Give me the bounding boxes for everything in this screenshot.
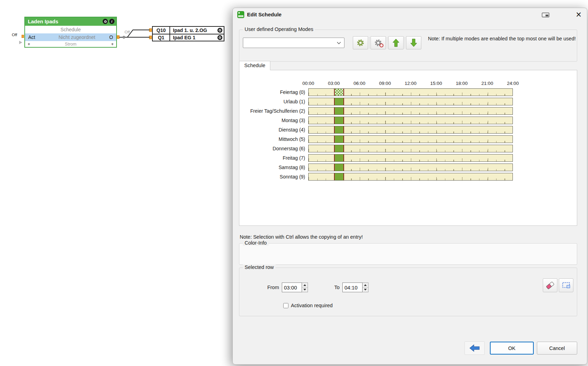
dialog-title: Edit Schedule bbox=[247, 11, 281, 17]
block-row-schedule-label: Schedule bbox=[61, 27, 81, 32]
schedule-entry[interactable] bbox=[334, 154, 344, 161]
output-label: Ipad 1. u. 2.OG bbox=[170, 27, 224, 34]
tab-schedule-label: Schedule bbox=[244, 63, 265, 68]
function-block-laden-ipads[interactable]: Laden Ipads i Schedule Act Nicht zugeord… bbox=[24, 17, 117, 48]
select-range-button[interactable] bbox=[559, 278, 573, 292]
operating-mode-dropdown[interactable] bbox=[243, 38, 344, 48]
block-row-strom[interactable]: + Strom + bbox=[25, 41, 116, 47]
output-port: Q10 bbox=[153, 27, 170, 34]
schedule-entry[interactable] bbox=[334, 136, 344, 143]
time-label: 06:00 bbox=[353, 81, 365, 86]
output-gear-icon[interactable] bbox=[217, 28, 222, 33]
output-gear-icon[interactable] bbox=[217, 35, 222, 40]
clock-badge-icon bbox=[380, 43, 383, 47]
back-button[interactable] bbox=[464, 341, 485, 355]
schedule-row-label: Freier Tag/Schulferien (2) bbox=[239, 107, 308, 115]
schedule-row-bar[interactable] bbox=[308, 126, 513, 134]
close-icon[interactable]: × bbox=[576, 9, 581, 20]
ok-button[interactable]: OK bbox=[490, 342, 534, 355]
cancel-button[interactable]: Cancel bbox=[537, 342, 577, 355]
spinner-down-icon[interactable] bbox=[302, 288, 308, 292]
off-input-label: Off bbox=[12, 33, 17, 37]
schedule-row-label: Mittwoch (5) bbox=[239, 135, 308, 143]
output-row-q1[interactable]: Q1 Ipad EG 1 bbox=[153, 34, 224, 41]
time-label: 12:00 bbox=[405, 81, 416, 86]
schedule-row: Sonntag (9) bbox=[239, 173, 577, 181]
schedule-row: Dienstag (4) bbox=[239, 126, 577, 134]
time-label: 00:00 bbox=[302, 81, 314, 86]
dialog-titlebar[interactable]: CONFIG Edit Schedule × bbox=[233, 8, 587, 21]
input-connector-nub[interactable] bbox=[22, 35, 24, 38]
unassigned-label: Nicht zugeordnet bbox=[45, 34, 109, 40]
block-row-schedule[interactable]: Schedule bbox=[25, 26, 116, 33]
operating-modes-group: User defined Operating Modes bbox=[239, 30, 577, 62]
schedule-entry[interactable] bbox=[334, 173, 344, 180]
activation-checkbox[interactable] bbox=[283, 303, 288, 308]
schedule-row-bar[interactable] bbox=[308, 107, 513, 115]
schedule-row-bar[interactable] bbox=[308, 164, 513, 171]
edit-mode-times-button[interactable] bbox=[371, 36, 386, 49]
schedule-row-bar[interactable] bbox=[308, 98, 513, 105]
new-mode-button[interactable] bbox=[353, 36, 368, 49]
to-input[interactable] bbox=[342, 283, 363, 292]
schedule-row-label: Donnerstag (6) bbox=[239, 145, 308, 152]
time-label: 18:00 bbox=[456, 81, 468, 86]
dock-window-icon[interactable] bbox=[542, 13, 549, 17]
output-o-label: O bbox=[109, 34, 116, 40]
schedule-row-label: Urlaub (1) bbox=[239, 98, 308, 105]
schedule-row: Donnerstag (6) bbox=[239, 145, 577, 152]
from-input[interactable] bbox=[282, 283, 302, 292]
schedule-entry[interactable] bbox=[334, 145, 344, 152]
move-mode-down-button[interactable] bbox=[406, 36, 421, 49]
spinner-down-icon[interactable] bbox=[363, 288, 368, 292]
block-info-icon[interactable]: i bbox=[109, 19, 114, 24]
color-info-group-label: Color-Info bbox=[243, 240, 269, 246]
erase-entry-button[interactable] bbox=[543, 278, 557, 292]
schedule-row-bar[interactable] bbox=[308, 135, 513, 143]
output-port: Q1 bbox=[153, 34, 170, 41]
schedule-row-label: Feiertag (0) bbox=[239, 88, 308, 96]
from-label: From bbox=[260, 283, 279, 292]
off-wire-label: Off bbox=[125, 30, 130, 34]
color-info-group: Color-Info bbox=[239, 243, 577, 265]
block-row-act[interactable]: Act Nicht zugeordnet O bbox=[25, 33, 116, 41]
schedule-entry[interactable] bbox=[334, 164, 344, 171]
schedule-entry[interactable] bbox=[334, 108, 344, 114]
time-label: 09:00 bbox=[379, 81, 391, 86]
output-blocks: Q10 Ipad 1. u. 2.OG Q1 Ipad EG 1 bbox=[152, 26, 224, 41]
selected-row-group: Selected row From To bbox=[239, 268, 577, 316]
schedule-row: Feiertag (0) bbox=[239, 88, 577, 96]
schedule-entry[interactable] bbox=[334, 98, 344, 105]
eraser-icon bbox=[546, 281, 555, 290]
config-app-icon: CONFIG bbox=[237, 11, 244, 18]
schedule-row-bar[interactable] bbox=[308, 154, 513, 162]
output-row-q10[interactable]: Q10 Ipad 1. u. 2.OG bbox=[153, 27, 224, 34]
spinner-up-icon[interactable] bbox=[302, 283, 308, 288]
schedule-row-bar[interactable] bbox=[308, 88, 513, 96]
schedule-entry[interactable] bbox=[334, 89, 344, 96]
schedule-row-bar[interactable] bbox=[308, 145, 513, 152]
schedule-row: Freitag (7) bbox=[239, 154, 577, 162]
operating-modes-group-label: User defined Operating Modes bbox=[243, 26, 315, 32]
activation-required-row: Activation required bbox=[283, 303, 333, 308]
schedule-entry[interactable] bbox=[334, 126, 344, 133]
plus-left[interactable]: + bbox=[25, 41, 33, 47]
output-label: Ipad EG 1 bbox=[170, 34, 224, 41]
function-block-header[interactable]: Laden Ipads i bbox=[25, 17, 116, 26]
schedule-row-bar[interactable] bbox=[308, 117, 513, 124]
plus-right[interactable]: + bbox=[109, 41, 116, 47]
schedule-row: Samstag (8) bbox=[239, 164, 577, 171]
tab-schedule[interactable]: Schedule bbox=[239, 61, 270, 70]
block-gear-icon[interactable] bbox=[103, 19, 108, 24]
schedule-row: Mittwoch (5) bbox=[239, 135, 577, 143]
spinner-up-icon[interactable] bbox=[363, 283, 368, 288]
from-spinner bbox=[302, 283, 308, 292]
activation-label: Activation required bbox=[291, 303, 333, 308]
time-label: 15:00 bbox=[430, 81, 442, 86]
mode-toolbar bbox=[353, 36, 421, 49]
move-mode-up-button[interactable] bbox=[388, 36, 404, 49]
schedule-entry[interactable] bbox=[334, 117, 344, 124]
time-label: 03:00 bbox=[328, 81, 340, 86]
marquee-icon bbox=[562, 281, 571, 290]
schedule-row-bar[interactable] bbox=[308, 173, 513, 181]
